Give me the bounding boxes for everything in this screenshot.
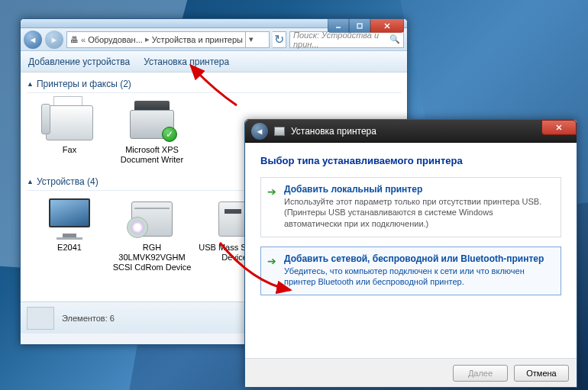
- device-monitor[interactable]: E2041: [30, 197, 109, 272]
- arrow-icon: ➔: [267, 255, 276, 267]
- default-check-icon: ✓: [162, 127, 177, 142]
- breadcrumb-current[interactable]: Устройства и принтеры: [152, 35, 243, 44]
- nav-back-button[interactable]: ◄: [24, 31, 42, 49]
- cancel-button[interactable]: Отмена: [514, 365, 569, 382]
- nav-forward-button[interactable]: ►: [45, 31, 63, 49]
- device-xps[interactable]: ✓ Microsoft XPS Document Writer: [112, 99, 192, 164]
- add-printer-wizard: ◄ Установка принтера Выбор типа устанавл…: [244, 119, 577, 388]
- option-local-printer[interactable]: ➔ Добавить локальный принтер Используйте…: [260, 177, 561, 237]
- command-bar: Добавление устройства Установка принтера: [21, 51, 407, 73]
- breadcrumb[interactable]: 🖶 « Оборудован... ▸ Устройства и принтер…: [66, 31, 270, 48]
- collapse-icon: ▲: [27, 80, 34, 88]
- folder-icon: 🖶: [70, 35, 79, 44]
- arrow-icon: ➔: [267, 185, 276, 198]
- option-network-desc: Убедитесь, что компьютер подключен к сет…: [284, 266, 553, 288]
- svg-rect-1: [357, 24, 362, 28]
- option-local-title: Добавить локальный принтер: [284, 184, 553, 195]
- wizard-back-button[interactable]: ◄: [251, 123, 268, 140]
- add-device-cmd[interactable]: Добавление устройства: [28, 56, 130, 67]
- device-label: Microsoft XPS Document Writer: [112, 145, 192, 164]
- group-printers-header[interactable]: ▲ Принтеры и факсы (2): [27, 76, 401, 93]
- refresh-button[interactable]: ↻: [273, 31, 286, 48]
- device-hdd[interactable]: RGH 30LMVK92VGHM SCSI CdRom Device: [112, 197, 192, 272]
- device-label: E2041: [30, 243, 109, 253]
- breadcrumb-parent[interactable]: Оборудован...: [88, 35, 143, 44]
- breadcrumb-dropdown[interactable]: ▾: [245, 32, 256, 47]
- device-label: Fax: [30, 145, 109, 155]
- wizard-title-text: Установка принтера: [291, 126, 376, 137]
- wizard-titlebar[interactable]: ◄ Установка принтера: [245, 120, 577, 143]
- group-printers-title: Принтеры и факсы (2): [37, 79, 131, 89]
- printer-icon: [274, 127, 285, 136]
- search-input[interactable]: Поиск: Устройства и прин... 🔍: [289, 31, 404, 48]
- wizard-heading: Выбор типа устанавливаемого принтера: [260, 155, 561, 166]
- collapse-icon: ▲: [27, 178, 34, 185]
- status-thumb-icon: [27, 307, 54, 330]
- device-fax[interactable]: Fax: [30, 99, 109, 164]
- group-devices-title: Устройства (4): [37, 176, 99, 187]
- maximize-button[interactable]: [349, 19, 370, 33]
- option-network-printer[interactable]: ➔ Добавить сетевой, беспроводной или Blu…: [260, 247, 561, 296]
- wizard-close-button[interactable]: [541, 120, 577, 135]
- close-button[interactable]: [370, 19, 404, 33]
- search-icon: 🔍: [389, 34, 400, 44]
- status-text: Элементов: 6: [62, 314, 115, 323]
- next-button[interactable]: Далее: [453, 365, 508, 382]
- add-printer-cmd[interactable]: Установка принтера: [144, 56, 229, 67]
- titlebar[interactable]: [21, 19, 407, 28]
- device-label: RGH 30LMVK92VGHM SCSI CdRom Device: [112, 243, 192, 272]
- option-network-title: Добавить сетевой, беспроводной или Bluet…: [284, 253, 553, 264]
- option-local-desc: Используйте этот параметр только при отс…: [284, 196, 553, 229]
- search-placeholder: Поиск: Устройства и прин...: [293, 31, 389, 49]
- minimize-button[interactable]: [328, 19, 349, 33]
- wizard-footer: Далее Отмена: [245, 358, 577, 387]
